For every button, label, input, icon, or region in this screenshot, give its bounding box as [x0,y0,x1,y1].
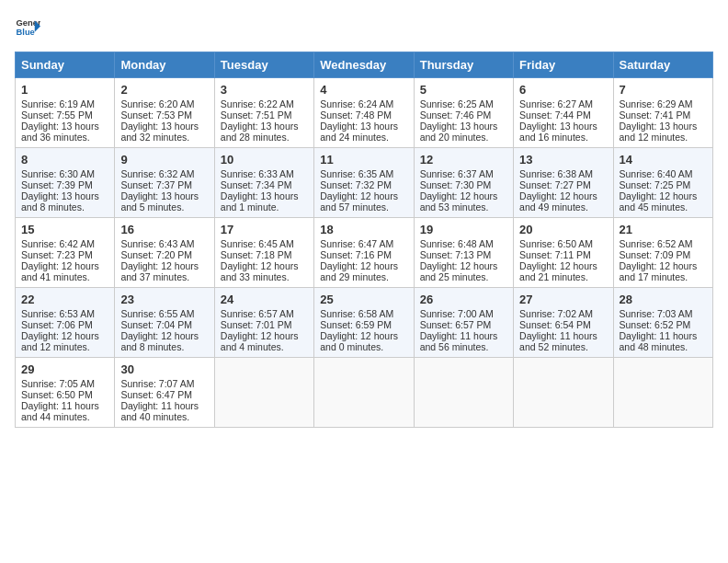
day-number: 20 [519,223,607,236]
calendar-cell: 29Sunrise: 7:05 AMSunset: 6:50 PMDayligh… [16,358,115,428]
cell-text: Sunrise: 6:32 AM [120,168,208,179]
calendar-cell [514,358,613,428]
cell-text: Sunset: 6:57 PM [420,319,507,330]
cell-text: and 29 minutes. [320,271,407,282]
weekday-header-monday: Monday [115,52,214,78]
calendar-cell: 2Sunrise: 6:20 AMSunset: 7:53 PMDaylight… [115,78,214,148]
cell-text: Sunset: 6:50 PM [21,389,108,400]
cell-text: Sunrise: 6:47 AM [320,238,407,249]
cell-text: and 28 minutes. [221,132,308,143]
cell-text: and 12 minutes. [620,132,707,143]
day-number: 1 [21,83,108,97]
calendar-cell: 14Sunrise: 6:40 AMSunset: 7:25 PMDayligh… [613,148,712,218]
cell-text: Sunset: 7:27 PM [519,179,607,190]
cell-text: Daylight: 12 hours [420,260,507,271]
cell-text: Sunset: 7:13 PM [420,249,507,260]
cell-text: and 17 minutes. [620,271,707,282]
weekday-header-sunday: Sunday [16,52,115,78]
calendar-cell: 9Sunrise: 6:32 AMSunset: 7:37 PMDaylight… [115,148,214,218]
cell-text: Daylight: 13 hours [120,190,208,201]
cell-text: and 1 minute. [221,201,308,213]
calendar-cell: 22Sunrise: 6:53 AMSunset: 7:06 PMDayligh… [16,288,115,358]
cell-text: Daylight: 13 hours [620,121,707,132]
cell-text: Sunset: 7:44 PM [519,109,607,121]
day-number: 24 [221,293,308,306]
cell-text: Sunrise: 6:52 AM [620,238,707,249]
cell-text: and 5 minutes. [120,201,208,213]
day-number: 22 [21,293,108,306]
cell-text: Sunset: 7:18 PM [221,249,308,260]
calendar-week-2: 8Sunrise: 6:30 AMSunset: 7:39 PMDaylight… [16,148,713,218]
calendar-cell: 19Sunrise: 6:48 AMSunset: 7:13 PMDayligh… [414,218,513,288]
cell-text: Sunrise: 6:30 AM [21,168,108,179]
cell-text: Daylight: 11 hours [420,330,507,341]
cell-text: and 20 minutes. [420,132,507,143]
calendar-cell: 7Sunrise: 6:29 AMSunset: 7:41 PMDaylight… [613,78,712,148]
cell-text: Sunset: 6:47 PM [120,389,208,400]
cell-text: Sunrise: 7:07 AM [120,378,208,389]
cell-text: Sunset: 7:04 PM [120,319,208,330]
cell-text: and 45 minutes. [620,201,707,213]
cell-text: Sunrise: 6:57 AM [221,308,308,319]
cell-text: and 56 minutes. [420,341,507,352]
day-number: 14 [620,153,707,167]
calendar-cell: 11Sunrise: 6:35 AMSunset: 7:32 PMDayligh… [314,148,414,218]
logo-icon: General Blue [15,15,40,40]
cell-text: Sunrise: 6:27 AM [519,98,607,109]
calendar-week-3: 15Sunrise: 6:42 AMSunset: 7:23 PMDayligh… [16,218,713,288]
day-number: 13 [519,153,607,167]
cell-text: and 0 minutes. [320,341,407,352]
cell-text: Daylight: 13 hours [21,121,108,132]
cell-text: Sunset: 7:20 PM [120,249,208,260]
calendar-cell: 27Sunrise: 7:02 AMSunset: 6:54 PMDayligh… [514,288,613,358]
cell-text: Sunrise: 6:24 AM [320,98,407,109]
cell-text: Daylight: 11 hours [519,330,607,341]
cell-text: Sunrise: 6:48 AM [420,238,507,249]
calendar-cell: 28Sunrise: 7:03 AMSunset: 6:52 PMDayligh… [613,288,712,358]
cell-text: Daylight: 11 hours [120,400,208,411]
cell-text: and 36 minutes. [21,132,108,143]
day-number: 21 [620,223,707,236]
cell-text: and 21 minutes. [519,271,607,282]
weekday-header-tuesday: Tuesday [214,52,313,78]
weekday-header-saturday: Saturday [613,52,712,78]
cell-text: Sunset: 7:55 PM [21,109,108,121]
cell-text: Daylight: 12 hours [221,330,308,341]
cell-text: and 33 minutes. [221,271,308,282]
cell-text: Sunset: 7:32 PM [320,179,407,190]
cell-text: Sunrise: 6:40 AM [620,168,707,179]
day-number: 12 [420,153,507,167]
cell-text: and 48 minutes. [620,341,707,352]
cell-text: Daylight: 11 hours [620,330,707,341]
cell-text: Daylight: 12 hours [320,330,407,341]
calendar-cell: 4Sunrise: 6:24 AMSunset: 7:48 PMDaylight… [314,78,414,148]
calendar-week-5: 29Sunrise: 7:05 AMSunset: 6:50 PMDayligh… [16,358,713,428]
cell-text: and 49 minutes. [519,201,607,213]
cell-text: Sunset: 7:06 PM [21,319,108,330]
cell-text: Sunrise: 6:29 AM [620,98,707,109]
cell-text: Sunset: 7:37 PM [120,179,208,190]
cell-text: Sunrise: 6:58 AM [320,308,407,319]
cell-text: Sunset: 7:41 PM [620,109,707,121]
cell-text: Sunrise: 6:53 AM [21,308,108,319]
day-number: 26 [420,293,507,306]
cell-text: and 8 minutes. [21,201,108,213]
day-number: 27 [519,293,607,306]
cell-text: and 4 minutes. [221,341,308,352]
cell-text: Sunrise: 6:35 AM [320,168,407,179]
cell-text: and 57 minutes. [320,201,407,213]
day-number: 17 [221,223,308,236]
weekday-header-wednesday: Wednesday [314,52,414,78]
cell-text: Sunset: 6:59 PM [320,319,407,330]
cell-text: Sunset: 7:30 PM [420,179,507,190]
calendar-week-1: 1Sunrise: 6:19 AMSunset: 7:55 PMDaylight… [16,78,713,148]
calendar-cell [314,358,414,428]
cell-text: Sunset: 7:16 PM [320,249,407,260]
cell-text: Sunset: 7:09 PM [620,249,707,260]
calendar-cell: 10Sunrise: 6:33 AMSunset: 7:34 PMDayligh… [214,148,313,218]
cell-text: Daylight: 13 hours [519,121,607,132]
cell-text: Sunset: 7:53 PM [120,109,208,121]
day-number: 15 [21,223,108,236]
weekday-header-row: SundayMondayTuesdayWednesdayThursdayFrid… [16,52,713,78]
cell-text: Sunrise: 6:19 AM [21,98,108,109]
